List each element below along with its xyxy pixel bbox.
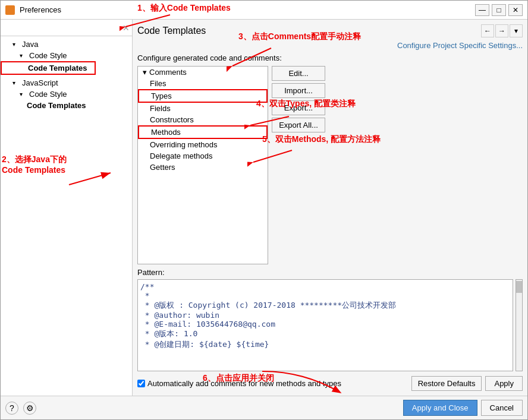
tree-label-code-templates-js: Code Templates <box>27 101 86 110</box>
auto-comment-label[interactable]: Automatically add comments for new metho… <box>137 379 341 388</box>
tree-item-code-templates-js[interactable]: Code Templates <box>1 100 132 111</box>
maximize-button[interactable]: □ <box>492 4 506 16</box>
pattern-label: Pattern: <box>137 268 523 277</box>
nav-dropdown-button[interactable]: ▾ <box>510 24 523 37</box>
pattern-line-2: * <box>140 291 510 300</box>
expand-comments-arrow: ▾ <box>143 68 147 77</box>
tree-label-js-codestyle: Code Style <box>29 90 67 99</box>
right-header: Code Templates ← → ▾ <box>137 24 523 37</box>
pattern-line-7: * @创建日期: ${date} ${time} <box>140 339 510 350</box>
tpl-label-constructors: Constructors <box>150 115 194 124</box>
title-bar: Preferences — □ ✕ <box>1 1 527 20</box>
tpl-label-files: Files <box>150 79 166 88</box>
restore-defaults-button[interactable]: Restore Defaults <box>411 376 482 391</box>
tpl-item-methods[interactable]: Methods <box>138 125 268 139</box>
tpl-item-constructors[interactable]: Constructors <box>138 114 268 125</box>
auto-comment-row: Automatically add comments for new metho… <box>137 376 523 391</box>
window-title: Preferences <box>20 5 470 14</box>
templates-tree[interactable]: ▾ Comments Files Types Fields Constructo… <box>137 66 268 264</box>
description-text: Configure generated code and comments: <box>137 53 523 62</box>
tree-label-code-templates-java: Code Templates <box>28 64 87 72</box>
search-box: Code Templates ✕ <box>1 20 132 36</box>
clear-search-icon[interactable]: ✕ <box>122 23 130 33</box>
expand-arrow-java: ▾ <box>12 41 20 48</box>
minimize-button[interactable]: — <box>475 4 489 16</box>
tpl-item-comments[interactable]: ▾ Comments <box>138 67 268 78</box>
help-icon[interactable]: ? <box>5 402 18 415</box>
pattern-line-1: /** <box>140 282 510 291</box>
auto-comment-checkbox[interactable] <box>137 380 145 387</box>
bottom-buttons: Restore Defaults Apply <box>411 376 523 391</box>
nav-back-button[interactable]: ← <box>481 24 494 37</box>
tree-label-codestyle: Code Style <box>29 51 67 60</box>
tpl-label-types: Types <box>151 91 172 100</box>
tpl-label-overriding: Overriding methods <box>150 140 217 149</box>
settings-icon[interactable]: ⚙ <box>23 402 36 415</box>
bottom-right: Apply and Close Cancel <box>403 400 523 416</box>
tpl-item-files[interactable]: Files <box>138 78 268 89</box>
help-label: ? <box>10 403 14 413</box>
tpl-label-getters: Getters <box>150 163 175 172</box>
settings-tree: ▾ Java ▾ Code Style Code Templates ▾ Jav… <box>1 36 132 396</box>
tpl-label-delegate: Delegate methods <box>150 151 213 160</box>
action-buttons: Edit... Import... Export... Export All..… <box>272 66 325 264</box>
expand-arrow-codestyle: ▾ <box>20 52 27 59</box>
edit-button[interactable]: Edit... <box>272 66 325 81</box>
nav-arrows: ← → ▾ <box>481 24 523 37</box>
tpl-item-fields[interactable]: Fields <box>138 103 268 114</box>
cancel-button[interactable]: Cancel <box>481 400 523 416</box>
tree-label-javascript: JavaScript <box>22 78 58 87</box>
auto-comment-text: Automatically add comments for new metho… <box>147 379 341 388</box>
apply-close-button[interactable]: Apply and Close <box>403 400 477 416</box>
settings-label: ⚙ <box>26 403 34 413</box>
bottom-bar: ? ⚙ 6、点击应用并关闭 Apply and Close Cancel <box>1 396 527 419</box>
split-area: ▾ Comments Files Types Fields Constructo… <box>137 66 523 264</box>
main-content: Code Templates ✕ ▾ Java ▾ Code Style Cod… <box>1 20 527 396</box>
left-panel: Code Templates ✕ ▾ Java ▾ Code Style Cod… <box>1 20 133 396</box>
pattern-editor[interactable]: /** * * @版权 : Copyright (c) 2017-2018 **… <box>137 279 513 371</box>
configure-project-link[interactable]: Configure Project Specific Settings... <box>137 41 523 50</box>
pattern-line-5: * @E-mail: 1035644768@qq.com <box>140 320 510 329</box>
right-panel: Code Templates ← → ▾ Configure Project S… <box>133 20 527 396</box>
app-icon <box>5 5 15 15</box>
export-button[interactable]: Export... <box>272 100 325 115</box>
pattern-line-6: * @版本: 1.0 <box>140 329 510 339</box>
panel-title: Code Templates <box>137 26 206 36</box>
bottom-left: ? ⚙ <box>5 402 36 415</box>
expand-arrow-js-codestyle: ▾ <box>20 91 27 97</box>
nav-forward-button[interactable]: → <box>495 24 508 37</box>
tree-item-js-codestyle[interactable]: ▾ Code Style <box>1 89 132 100</box>
import-button[interactable]: Import... <box>272 83 325 98</box>
tpl-item-delegate[interactable]: Delegate methods <box>138 150 268 162</box>
preferences-window: Preferences — □ ✕ Code Templates ✕ ▾ Jav… <box>0 0 528 420</box>
tree-label-java: Java <box>22 40 38 49</box>
tree-item-java-codestyle[interactable]: ▾ Code Style <box>1 50 132 61</box>
scrollbar-thumb <box>516 281 522 293</box>
apply-button[interactable]: Apply <box>485 376 523 391</box>
tpl-label-fields: Fields <box>150 104 171 113</box>
tree-item-java[interactable]: ▾ Java <box>1 39 132 50</box>
export-all-button[interactable]: Export All... <box>272 118 325 132</box>
close-button[interactable]: ✕ <box>508 4 523 16</box>
pattern-row: /** * * @版权 : Copyright (c) 2017-2018 **… <box>137 279 523 371</box>
window-controls: — □ ✕ <box>475 4 523 16</box>
tpl-label-comments: Comments <box>149 68 187 77</box>
tpl-item-types[interactable]: Types <box>138 89 268 103</box>
pattern-line-4: * @author: wubin <box>140 311 510 320</box>
tpl-item-overriding[interactable]: Overriding methods <box>138 139 268 150</box>
tree-item-javascript[interactable]: ▾ JavaScript <box>1 77 132 89</box>
tpl-label-methods: Methods <box>151 128 181 137</box>
expand-arrow-js: ▾ <box>12 80 20 86</box>
tree-item-code-templates-java[interactable]: Code Templates <box>1 61 96 75</box>
pattern-line-3: * @版权 : Copyright (c) 2017-2018 ********… <box>140 300 510 311</box>
tpl-item-getters[interactable]: Getters <box>138 162 268 173</box>
search-input[interactable]: Code Templates <box>3 23 120 32</box>
pattern-scrollbar[interactable] <box>516 279 523 371</box>
bottom-section: Pattern: /** * * @版权 : Copyright (c) 201… <box>137 268 523 391</box>
